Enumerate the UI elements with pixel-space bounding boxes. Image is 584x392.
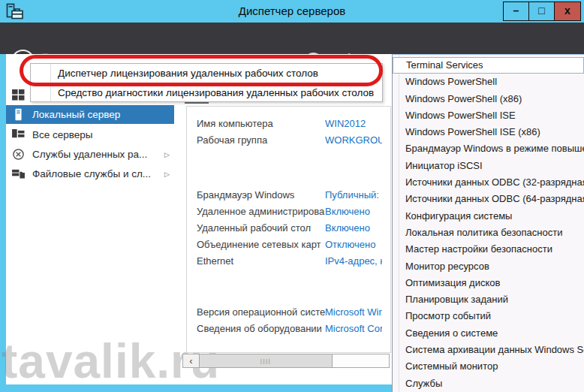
title-bar: Диспетчер серверов – □ x <box>0 0 584 23</box>
terminal-services-submenu: Диспетчер лицензирования удаленных рабоч… <box>30 63 383 102</box>
property-value-link[interactable]: Включено <box>325 206 382 217</box>
property-row: Рабочая группа WORKGROUP <box>187 131 390 148</box>
navigation-bar: ← → ▾ ◂◂ Локальный се... ▾ ↻ | Управлени… <box>0 23 584 54</box>
sidebar-item-label: Локальный сервер <box>32 109 120 120</box>
local-server-icon <box>11 108 26 122</box>
property-label: Имя компьютера <box>187 118 325 129</box>
property-value-link[interactable]: Отключено <box>325 239 382 250</box>
property-row: Объединение сетевых карт Отключено <box>187 236 390 252</box>
property-value-link[interactable]: WIN2012 <box>325 118 382 129</box>
properties-group-system: Версия операционной системы Microsoft Wi… <box>187 303 390 336</box>
submenu-gutter <box>50 64 51 101</box>
scrollbar-grip-icon: |||| <box>260 357 271 364</box>
properties-group-identity: Имя компьютера WIN2012 Рабочая группа WO… <box>187 115 390 148</box>
property-row: Версия операционной системы Microsoft Wi… <box>187 303 390 320</box>
tools-menu-item[interactable]: Windows PowerShell (x86) <box>393 91 584 107</box>
property-label: Удаленный рабочий стол <box>187 222 325 234</box>
tools-menu-item[interactable]: Windows PowerShell ISE <box>393 107 584 124</box>
all-servers-icon <box>11 128 26 142</box>
property-value-link[interactable]: Включено <box>325 222 382 234</box>
window-title: Диспетчер серверов <box>0 0 584 23</box>
property-value: Microsoft Windows Server 2012 <box>325 306 382 318</box>
tools-menu-item[interactable]: Локальная политика безопасности <box>393 225 584 241</box>
tools-menu-item[interactable]: Источники данных ODBC (32-разрядная верс… <box>393 174 584 191</box>
tools-menu-item[interactable]: Оптимизация дисков <box>393 275 584 291</box>
tools-menu: Terminal Services Windows PowerShell Win… <box>392 54 584 392</box>
dashboard-icon <box>11 89 26 102</box>
tools-menu-item[interactable]: Windows PowerShell ISE (x86) <box>393 124 584 140</box>
property-label: Брандмауэр Windows <box>187 189 325 201</box>
tools-menu-item[interactable]: Конфигурация системы <box>393 208 584 225</box>
window-bottom-border <box>0 384 398 392</box>
submenu-item-rd-licensing-manager[interactable]: Диспетчер лицензирования удаленных рабоч… <box>31 64 382 83</box>
close-button[interactable]: x <box>555 2 580 20</box>
tools-menu-item[interactable]: Системный монитор <box>393 358 584 375</box>
tools-menu-item[interactable]: Службы <box>393 375 584 392</box>
tools-menu-item[interactable]: Система архивации данных Windows Server <box>393 342 584 358</box>
property-row: Ethernet IPv4-адрес, назначен... <box>187 252 390 269</box>
sidebar-item-all-servers[interactable]: Все серверы <box>6 125 174 144</box>
minimize-button[interactable]: – <box>504 2 529 20</box>
property-value-link[interactable]: Публичный: Вкл. <box>325 189 382 201</box>
tools-menu-item[interactable]: Источники данных ODBC (64-разрядная верс… <box>393 191 584 207</box>
properties-group-network: Брандмауэр Windows Публичный: Вкл. Удале… <box>187 186 390 269</box>
property-label: Рабочая группа <box>187 134 325 146</box>
property-label: Объединение сетевых карт <box>187 239 325 250</box>
sidebar-item-file-services[interactable]: Файловые службы и сл... ▷ <box>6 164 174 183</box>
scrollbar-thumb[interactable]: |||| <box>199 354 333 367</box>
property-row: Удаленное администрирование Включено <box>187 203 390 219</box>
expand-arrow-icon[interactable]: ▷ <box>164 151 170 158</box>
sidebar-item-remote-desktop-services[interactable]: Службы удаленных ра... ▷ <box>6 145 174 164</box>
property-label: Сведения об оборудовании <box>187 323 325 334</box>
sidebar-item-label: Файловые службы и сл... <box>32 168 151 179</box>
tools-menu-item[interactable]: Брандмауэр Windows в режиме повышенной б… <box>393 140 584 157</box>
property-label: Удаленное администрирование <box>187 206 325 217</box>
sidebar-item-label: Все серверы <box>32 129 93 140</box>
properties-card: Имя компьютера WIN2012 Рабочая группа WO… <box>186 106 391 353</box>
maximize-button[interactable]: □ <box>529 2 555 20</box>
horizontal-scrollbar[interactable]: ‹ |||| <box>182 354 390 368</box>
server-manager-window: Диспетчер серверов – □ x ← → ▾ ◂◂ Локаль… <box>0 0 584 392</box>
property-label: Ethernet <box>187 255 325 267</box>
property-label: Версия операционной системы <box>187 306 325 318</box>
property-row: Брандмауэр Windows Публичный: Вкл. <box>187 186 390 203</box>
property-row: Удаленный рабочий стол Включено <box>187 219 390 236</box>
tools-menu-item[interactable]: Сведения о системе <box>393 325 584 342</box>
remote-desktop-services-icon <box>11 148 26 161</box>
property-value-link[interactable]: WORKGROUP <box>325 134 382 146</box>
tools-menu-item[interactable]: Монитор ресурсов <box>393 258 584 275</box>
tools-menu-item[interactable]: Windows PowerShell <box>393 74 584 90</box>
sidebar-item-local-server[interactable]: Локальный сервер <box>6 105 174 124</box>
tools-menu-item[interactable]: Просмотр событий <box>393 308 584 324</box>
submenu-item-rd-licensing-diagnoser[interactable]: Средство диагностики лицензирования удал… <box>31 83 382 103</box>
scroll-left-button[interactable]: ‹ <box>183 354 199 367</box>
tools-menu-item-terminal-services[interactable]: Terminal Services <box>393 57 584 74</box>
tools-menu-items: Terminal Services Windows PowerShell Win… <box>393 57 584 392</box>
property-row: Имя компьютера WIN2012 <box>187 115 390 131</box>
property-row: Сведения об оборудовании Microsoft Corpo… <box>187 320 390 336</box>
window-controls: – □ x <box>503 2 581 21</box>
property-value: Microsoft Corporation Virtual <box>325 323 382 334</box>
expand-arrow-icon[interactable]: ▷ <box>164 170 170 178</box>
property-value-link[interactable]: IPv4-адрес, назначен... <box>325 255 382 267</box>
tools-menu-item[interactable]: Мастер настройки безопасности <box>393 241 584 258</box>
tools-menu-item[interactable]: Планировщик заданий <box>393 291 584 308</box>
file-services-icon <box>11 167 26 181</box>
sidebar-item-label: Службы удаленных ра... <box>32 149 147 160</box>
tools-menu-item[interactable]: Инициатор iSCSI <box>393 158 584 174</box>
